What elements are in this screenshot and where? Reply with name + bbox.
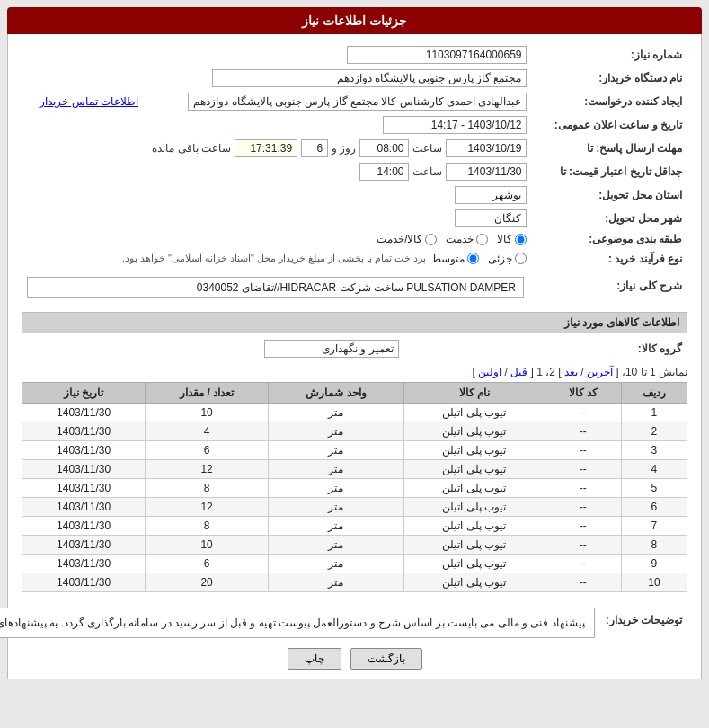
cell-name: تیوب پلی اتیلن bbox=[403, 573, 545, 592]
noee-row: جزئی متوسط پرداخت تمام با بخشی از مبلغ خ… bbox=[22, 248, 532, 269]
group-label: گروه کالا: bbox=[404, 337, 687, 360]
table-row: 3--تیوب پلی اتیلنمتر61403/11/30 bbox=[22, 441, 687, 460]
cell-qty: 12 bbox=[146, 460, 269, 479]
tabaqe-kala-khedmat-radio[interactable] bbox=[425, 234, 437, 245]
tarikh-label: تاریخ و ساعت اعلان عمومی: bbox=[532, 113, 687, 137]
cell-row: 2 bbox=[621, 422, 687, 441]
cell-name: تیوب پلی اتیلن bbox=[403, 536, 545, 555]
table-row: 7--تیوب پلی اتیلنمتر81403/11/30 bbox=[22, 517, 687, 536]
cell-row: 3 bbox=[621, 441, 687, 460]
table-row: 4--تیوب پلی اتیلنمتر121403/11/30 bbox=[22, 460, 687, 479]
cell-row: 9 bbox=[621, 555, 687, 573]
cell-qty: 10 bbox=[146, 404, 269, 422]
main-card: شماره نیاز: 1103097164000659 نام دستگاه … bbox=[7, 34, 702, 679]
prev-link[interactable]: قبل bbox=[510, 366, 527, 378]
first-link[interactable]: اولین bbox=[478, 366, 501, 378]
cell-qty: 12 bbox=[146, 498, 269, 517]
shahr-label: شهر محل تحویل: bbox=[532, 207, 687, 230]
jadval-date: 1403/11/30 bbox=[446, 163, 527, 181]
cell-unit: متر bbox=[269, 422, 404, 441]
cell-date: 1403/11/30 bbox=[22, 555, 146, 573]
noee-motevaset-radio[interactable] bbox=[467, 253, 479, 264]
mohlat-label: مهلت ارسال پاسخ: تا bbox=[532, 137, 687, 160]
mohlat-mande: 17:31:39 bbox=[235, 139, 297, 157]
tabaqe-khedmat-radio[interactable] bbox=[476, 234, 488, 245]
cell-date: 1403/11/30 bbox=[22, 460, 146, 479]
cell-row: 10 bbox=[621, 573, 687, 592]
cell-name: تیوب پلی اتیلن bbox=[403, 460, 545, 479]
shahr-value-cell: کنگان bbox=[22, 207, 532, 230]
ijad-value: عبدالهادی احمدی کارشناس کالا مجتمع گاز پ… bbox=[188, 93, 527, 111]
shahr-value: کنگان bbox=[455, 209, 527, 227]
name-dastgah-label: نام دستگاه خریدار: bbox=[532, 67, 687, 90]
cell-qty: 8 bbox=[146, 517, 269, 536]
col-name: نام کالا bbox=[403, 383, 545, 404]
cell-row: 6 bbox=[621, 498, 687, 517]
tabaqe-label: طبقه بندی موضوعی: bbox=[532, 230, 687, 248]
noee-motevaset-label[interactable]: متوسط bbox=[431, 253, 479, 265]
cell-row: 4 bbox=[621, 460, 687, 479]
data-table: ردیف کد کالا نام کالا واحد شمارش تعداد /… bbox=[22, 382, 687, 592]
tabaqe-khedmat-label[interactable]: خدمت bbox=[446, 233, 488, 245]
cell-code: -- bbox=[545, 404, 621, 422]
cell-qty: 8 bbox=[146, 479, 269, 498]
cell-code: -- bbox=[545, 460, 621, 479]
back-button[interactable]: بازگشت bbox=[350, 648, 422, 670]
group-value: تعمیر و نگهداری bbox=[264, 340, 399, 358]
last-link[interactable]: آخرین bbox=[587, 366, 613, 378]
shrh-table: شرح کلی نیاز: PULSATION DAMPER ساخت شرکت… bbox=[22, 274, 687, 306]
noee-jozi-radio[interactable] bbox=[515, 253, 527, 264]
tarikh-value-cell: 1403/10/12 - 14:17 bbox=[22, 113, 532, 137]
pagination-text: نمایش 1 تا 10، [ آخرین / بعد ] 2، 1 [ قب… bbox=[472, 366, 687, 378]
table-row: 5--تیوب پلی اتیلنمتر81403/11/30 bbox=[22, 479, 687, 498]
ijad-link-cell: اطلاعات تماس خریدار bbox=[22, 90, 144, 113]
cell-name: تیوب پلی اتیلن bbox=[403, 441, 545, 460]
col-date: تاریخ نیاز bbox=[22, 383, 146, 404]
page-title: جزئیات اطلاعات نیاز bbox=[302, 13, 407, 28]
noee-note: پرداخت تمام با بخشی از مبلغ خریدار محل "… bbox=[122, 251, 427, 266]
cell-date: 1403/11/30 bbox=[22, 479, 146, 498]
shomare-value: 1103097164000659 bbox=[347, 46, 527, 64]
mohlat-saat: 08:00 bbox=[359, 139, 409, 157]
noee-label: نوع فرآیند خرید : bbox=[532, 248, 687, 269]
cell-code: -- bbox=[545, 498, 621, 517]
cell-date: 1403/11/30 bbox=[22, 517, 146, 536]
mohlat-mande-label: ساعت باقی مانده bbox=[152, 142, 231, 155]
cell-name: تیوب پلی اتیلن bbox=[403, 498, 545, 517]
shrh-label: شرح کلی نیاز: bbox=[529, 274, 687, 306]
cell-name: تیوب پلی اتیلن bbox=[403, 404, 545, 422]
tabaqe-kala-khedmat-label[interactable]: کالا/خدمت bbox=[377, 233, 437, 245]
next-link[interactable]: بعد bbox=[564, 366, 578, 378]
table-row: 10--تیوب پلی اتیلنمتر201403/11/30 bbox=[22, 573, 687, 592]
contact-info-link[interactable]: اطلاعات تماس خریدار bbox=[40, 95, 138, 108]
cell-unit: متر bbox=[269, 555, 404, 573]
group-table: گروه کالا: تعمیر و نگهداری bbox=[22, 337, 687, 360]
info-kala-title: اطلاعات کالاهای مورد نیاز bbox=[22, 312, 687, 333]
shomare-label: شماره نیاز: bbox=[532, 43, 687, 67]
table-row: 9--تیوب پلی اتیلنمتر61403/11/30 bbox=[22, 555, 687, 573]
notes-value-cell: پیشنهاد فنی و مالی می بایست بر اساس شرح … bbox=[0, 599, 600, 641]
cell-date: 1403/11/30 bbox=[22, 498, 146, 517]
jadval-row: 1403/11/30 ساعت 14:00 bbox=[22, 160, 532, 183]
cell-name: تیوب پلی اتیلن bbox=[403, 422, 545, 441]
cell-unit: متر bbox=[269, 498, 404, 517]
tabaqe-kala-label[interactable]: کالا bbox=[497, 233, 527, 245]
cell-code: -- bbox=[545, 517, 621, 536]
ostan-value: بوشهر bbox=[455, 186, 527, 204]
pagination-bar: نمایش 1 تا 10، [ آخرین / بعد ] 2، 1 [ قب… bbox=[22, 366, 687, 378]
cell-name: تیوب پلی اتیلن bbox=[403, 479, 545, 498]
print-button[interactable]: چاپ bbox=[288, 648, 341, 670]
cell-code: -- bbox=[545, 555, 621, 573]
table-row: 1--تیوب پلی اتیلنمتر101403/11/30 bbox=[22, 404, 687, 422]
noee-jozi-label[interactable]: جزئی bbox=[488, 253, 527, 265]
col-code: کد کالا bbox=[545, 383, 621, 404]
cell-qty: 10 bbox=[146, 536, 269, 555]
cell-unit: متر bbox=[269, 517, 404, 536]
table-row: 6--تیوب پلی اتیلنمتر121403/11/30 bbox=[22, 498, 687, 517]
cell-code: -- bbox=[545, 441, 621, 460]
cell-code: -- bbox=[545, 536, 621, 555]
tabaqe-kala-radio[interactable] bbox=[515, 234, 527, 245]
shomare-value-cell: 1103097164000659 bbox=[162, 43, 532, 67]
col-unit: واحد شمارش bbox=[269, 383, 404, 404]
cell-code: -- bbox=[545, 422, 621, 441]
